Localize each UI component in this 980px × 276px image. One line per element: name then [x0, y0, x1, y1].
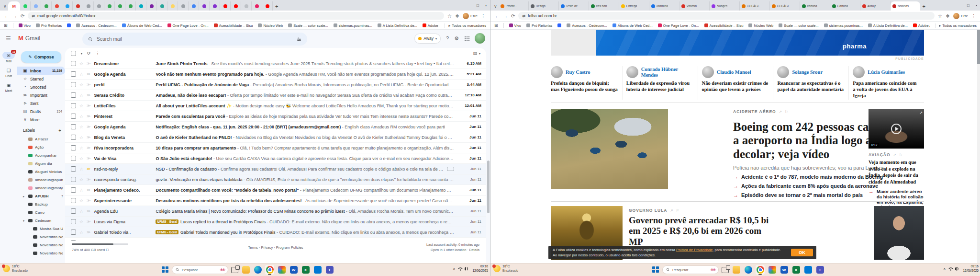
bookmark-item[interactable]: Álbuns de Web Ced... — [612, 23, 653, 28]
importance-marker-icon[interactable]: ≫ — [87, 188, 90, 192]
columnist-name[interactable]: Conrado Hübner Mendes — [641, 67, 694, 78]
network-volume-icons[interactable] — [948, 266, 960, 271]
bookmark-item[interactable]: Adobe Acrobat — [423, 23, 439, 28]
share-icon[interactable]: ↗ — [893, 153, 896, 157]
browser-tab[interactable]: Entrega — [619, 1, 649, 11]
share-icon[interactable]: ↗ — [670, 208, 673, 213]
email-row[interactable]: ☆≫DreamstimeJune Stock Photo Trends - Se… — [65, 58, 486, 69]
bookmark-item[interactable]: Adobe Acrobat — [913, 23, 930, 28]
columnist-name[interactable]: Lúcia Guimarães — [868, 69, 905, 75]
chrome-menu-icon[interactable]: ⋮ — [481, 13, 486, 19]
start-button[interactable] — [162, 266, 169, 274]
row-checkbox[interactable] — [71, 135, 76, 140]
forward-icon[interactable]: → — [503, 13, 508, 19]
label-item[interactable]: Ação — [17, 143, 65, 151]
scrollbar-thumb[interactable] — [977, 30, 980, 64]
star-icon[interactable]: ☆ — [79, 125, 83, 129]
bookmark-item[interactable]: Acessibilidade – Sisu — [214, 23, 253, 28]
bookmark-item[interactable]: Vivo — [19, 23, 31, 28]
crash-photo[interactable] — [551, 109, 668, 189]
browser-tab[interactable] — [241, 1, 252, 11]
sidebar-item-important[interactable]: ≫Important — [17, 91, 65, 99]
bookmark-item[interactable]: Pró Reitorias — [36, 23, 62, 28]
browser-tab[interactable] — [73, 1, 83, 11]
columnist[interactable]: Lúcia GuimarãesPapa americano coincide c… — [848, 66, 924, 100]
new-tab-button[interactable]: + — [275, 3, 278, 9]
start-button[interactable] — [652, 266, 659, 274]
browser-tab[interactable] — [104, 1, 115, 11]
importance-marker-icon[interactable]: ≫ — [87, 230, 90, 234]
row-checkbox[interactable] — [71, 92, 76, 98]
label-item[interactable]: A Fazer — [17, 135, 65, 143]
email-row[interactable]: ☆≫Vai de VisaO São João está chegando! -… — [65, 153, 486, 164]
columnist-name[interactable]: Ruy Castro — [566, 69, 590, 75]
star-icon[interactable]: ☆ — [79, 167, 83, 172]
email-row[interactable]: ☆≫Google AgendaVocê não tem nenhum event… — [65, 69, 486, 80]
maximize-button[interactable]: □ — [964, 0, 972, 11]
email-row[interactable]: ☆≫nsd-no-replyNSD - Confirmação de cadas… — [65, 164, 486, 174]
importance-marker-icon[interactable]: ≫ — [87, 82, 90, 87]
star-icon[interactable]: ☆ — [79, 104, 83, 108]
profile-chip[interactable]: Erre — [463, 13, 478, 19]
row-checkbox[interactable] — [71, 114, 76, 119]
teams-icon[interactable]: T — [815, 265, 824, 275]
bookmark-item[interactable]: One Page Love - On... — [658, 23, 699, 28]
email-row[interactable]: ☆≫LottieFilesAll about your LottieFiles … — [65, 101, 486, 111]
star-icon[interactable]: ☆ — [79, 209, 83, 214]
address-bar[interactable]: ⇄ folha.uol.com.br — [518, 12, 935, 20]
save-flag-icon[interactable]: ⚐ — [899, 153, 902, 157]
browser-tab[interactable] — [41, 1, 52, 11]
email-row[interactable]: ☆≫naoresponda-contasg.gov.br: Verificaçã… — [65, 174, 486, 185]
label-item[interactable]: Aluguel Vinicius — [17, 168, 65, 176]
browser-tab[interactable] — [199, 1, 210, 11]
columnist-headline[interactable]: Reancorar as expectativas é o papel da a… — [777, 80, 845, 92]
minimize-button[interactable]: – — [466, 0, 474, 11]
word-icon[interactable]: W — [289, 265, 298, 275]
clock[interactable]: 09:16 12/06/2025 — [963, 264, 979, 273]
expand-icon[interactable]: ↗ — [919, 111, 923, 115]
bookmark-item[interactable]: Scale — color scale... — [288, 23, 328, 28]
email-row[interactable]: ☆≫perfilPerfil UFMG - Publicação de Anún… — [65, 80, 486, 90]
bookmark-item[interactable]: Vivo — [509, 23, 521, 28]
label-item[interactable]: Backup — [17, 200, 65, 208]
reload-icon[interactable]: ⟳ — [511, 13, 515, 19]
row-checkbox[interactable] — [71, 82, 76, 87]
importance-marker-icon[interactable]: ≫ — [87, 114, 90, 118]
gov-headline[interactable]: Governo prevê arrecadar R$ 10,5 bi em 20… — [629, 215, 777, 247]
forward-icon[interactable]: → — [12, 13, 17, 19]
row-checkbox[interactable] — [71, 208, 76, 214]
browser-tab[interactable] — [31, 1, 41, 11]
label-item[interactable]: Mostra Sua UFMG 2022 — [17, 225, 65, 233]
bookmark-item[interactable]: Álbuns de Web Ced... — [122, 23, 162, 28]
list-scrollbar[interactable] — [487, 48, 490, 264]
columnist-headline[interactable]: Não deveriam existir crimes de opinião q… — [702, 80, 769, 92]
apps-grid-icon[interactable]: ⊞ — [4, 23, 8, 28]
email-row[interactable]: ☆≫SuperinteressanteDescubra os motivos c… — [65, 196, 486, 206]
vscode-icon[interactable] — [803, 265, 813, 275]
play-icon[interactable] — [891, 124, 902, 134]
bookmark-item[interactable]: Pró Reitorias — [526, 23, 552, 28]
scrollbar-thumb[interactable] — [487, 161, 490, 213]
importance-marker-icon[interactable]: ≫ — [87, 146, 90, 150]
label-item[interactable]: Novembro Negro 2023 — [17, 241, 65, 249]
importance-marker-icon[interactable]: ≫ — [87, 61, 90, 66]
tab-search-icon[interactable]: ∨ — [3, 4, 7, 9]
browser-tab[interactable]: cartilha — [800, 1, 830, 11]
bookmark-item[interactable]: Acessos - Cedecom... — [76, 23, 116, 28]
all-bookmarks-button[interactable]: ▸ Todos os marcadores — [445, 23, 486, 28]
bookmark-item[interactable]: sistemas.pucminas... — [334, 23, 372, 28]
columnist[interactable]: Solange SrourReancorar as expectativas é… — [773, 66, 848, 100]
browser-tab[interactable]: COLÁGE — [740, 1, 770, 11]
row-checkbox[interactable] — [71, 166, 76, 172]
label-item[interactable]: Carro — [17, 208, 65, 217]
row-checkbox[interactable] — [71, 219, 76, 224]
browser-tab[interactable] — [178, 1, 189, 11]
ad-banner[interactable]: pharma — [551, 30, 924, 56]
label-expand-icon[interactable]: ▾ — [23, 219, 26, 222]
browser-tab[interactable] — [252, 1, 262, 11]
columnist[interactable]: Claudio ManoelNão deveriam existir crime… — [698, 66, 773, 100]
hidden-icons-chevron[interactable]: ∧ — [943, 267, 946, 271]
importance-marker-icon[interactable]: ≫ — [87, 209, 90, 213]
columnist[interactable]: Ruy CastroPrefeita dançou de biquíni; ma… — [551, 66, 622, 100]
profile-chip[interactable]: Erre — [953, 13, 968, 19]
